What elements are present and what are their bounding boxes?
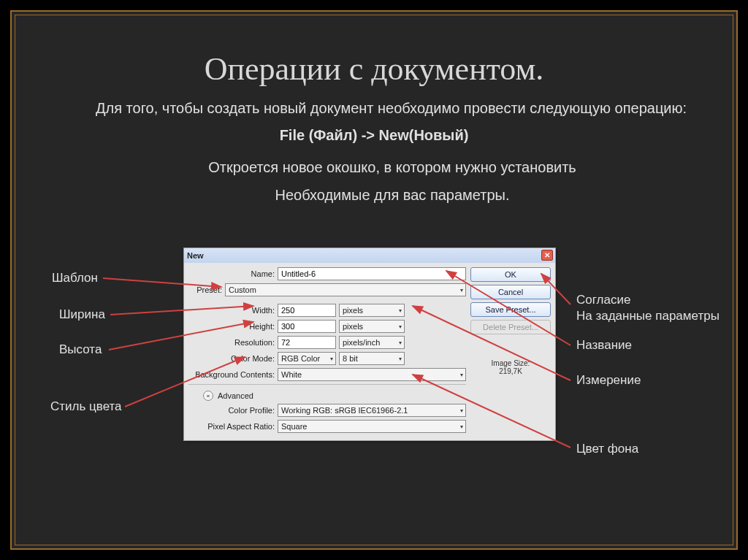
image-size-label: Image Size: [470,359,551,367]
resolution-field[interactable] [278,336,336,349]
delete-preset-button: Delete Preset... [470,320,551,334]
new-dialog: New ✕ Name: Preset: Custom Width: [183,248,556,441]
height-unit-select[interactable]: pixels [339,320,405,333]
colormode-label: Color Mode: [188,354,275,363]
callout-agree-1: Согласие [576,293,630,307]
callout-width: Ширина [59,307,105,322]
dialog-title-text: New [187,251,204,260]
bgcontents-select[interactable]: White [278,368,466,381]
par-label: Pixel Aspect Ratio: [188,422,275,431]
preset-label: Preset: [188,285,222,294]
slide-title: Операции с документом. [15,50,733,88]
image-size-value: 219,7K [470,367,551,375]
dialog-titlebar: New ✕ [184,248,555,263]
width-label: Width: [188,306,275,315]
advanced-toggle-icon[interactable]: « [203,391,213,401]
advanced-label: Advanced [218,391,253,400]
height-label: Height: [188,322,275,331]
slide-menu-path: File (Файл) -> New(Новый) [15,127,733,144]
height-field[interactable] [278,320,336,333]
preset-select[interactable]: Custom [225,283,466,296]
callout-agree-2: На заданные параметры [576,309,720,323]
save-preset-button[interactable]: Save Preset... [470,302,551,317]
slide-inner-frame: Операции с документом. Для того, чтобы с… [15,15,733,545]
slide-intro: Для того, чтобы создать новый документ н… [96,98,689,118]
par-select[interactable]: Square [278,420,466,433]
close-icon[interactable]: ✕ [541,250,553,261]
name-field[interactable] [278,267,466,280]
callout-measure: Измерение [576,373,641,388]
bgcontents-label: Background Contents: [188,370,275,379]
divider [188,384,466,385]
slide-outer-frame: Операции с документом. Для того, чтобы с… [10,10,738,550]
callout-bgcolor: Цвет фона [576,442,638,456]
ok-button[interactable]: OK [470,267,551,282]
slide-desc-1: Откроется новое окошко, в котором нужно … [96,157,689,177]
name-label: Name: [188,269,275,278]
resolution-label: Resolution: [188,338,275,347]
callout-name: Название [576,338,632,353]
callout-colorstyle: Стиль цвета [50,399,122,414]
resolution-unit-select[interactable]: pixels/inch [339,336,405,349]
callout-height: Высота [59,342,102,357]
callout-template: Шаблон [52,271,98,285]
width-unit-select[interactable]: pixels [339,304,405,317]
colorprofile-label: Color Profile: [188,406,275,415]
cancel-button[interactable]: Cancel [470,285,551,299]
colormode-depth-select[interactable]: 8 bit [339,352,405,365]
colorprofile-select[interactable]: Working RGB: sRGB IEC61966-2.1 [278,404,466,417]
colormode-select[interactable]: RGB Color [278,352,336,365]
width-field[interactable] [278,304,336,317]
slide-desc-2: Необходимые для вас параметры. [96,185,689,205]
